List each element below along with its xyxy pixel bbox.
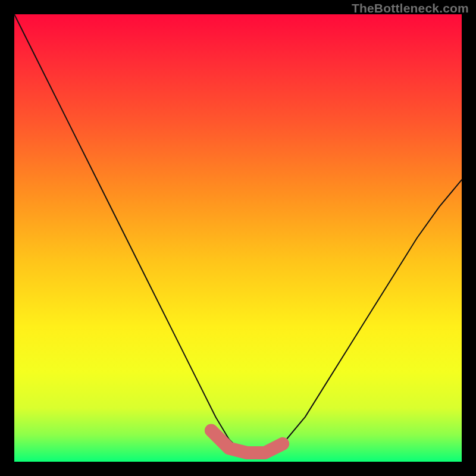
chart-frame bbox=[14, 14, 462, 462]
chart-svg bbox=[14, 14, 462, 462]
bottleneck-highlight bbox=[211, 430, 283, 453]
bottleneck-curve-line bbox=[14, 14, 462, 453]
watermark-text: TheBottleneck.com bbox=[352, 1, 469, 15]
